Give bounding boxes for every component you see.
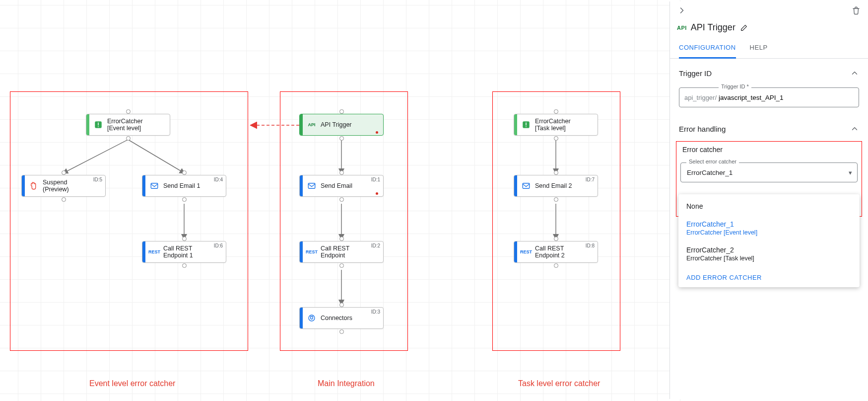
node-label: Send Email 1 xyxy=(161,182,226,189)
error-catcher-select[interactable]: Select error catcher ErrorCatcher_1 ▾ xyxy=(680,162,858,182)
option-desc: ErrorCatcher [Event level] xyxy=(686,229,852,236)
panel-collapse-button[interactable] xyxy=(676,4,688,16)
port[interactable] xyxy=(62,170,66,175)
add-error-catcher-button[interactable]: ADD ERROR CATCHER xyxy=(678,267,860,284)
port[interactable] xyxy=(182,170,187,175)
node-send-email-2[interactable]: Send Email 2 ID:7 xyxy=(514,175,598,197)
panel-title: API Trigger xyxy=(691,22,735,33)
svg-point-14 xyxy=(309,315,315,321)
tab-help[interactable]: HELP xyxy=(750,39,768,58)
node-send-email-main[interactable]: Send Email ID:1 xyxy=(299,175,384,197)
section-label: Error handling xyxy=(679,125,726,133)
node-id: ID:7 xyxy=(586,177,595,182)
node-id: ID:8 xyxy=(586,243,595,248)
section-trigger-id[interactable]: Trigger ID xyxy=(670,59,868,83)
mail-icon xyxy=(305,175,319,196)
port[interactable] xyxy=(182,263,187,268)
error-icon xyxy=(91,114,105,135)
dropdown-icon: ▾ xyxy=(849,169,857,176)
field-legend: Select error catcher xyxy=(686,159,739,164)
port[interactable] xyxy=(62,197,66,202)
chevron-up-icon xyxy=(850,69,859,78)
node-label: API Trigger xyxy=(319,121,383,128)
node-rest-2[interactable]: REST Call REST Endpoint 2 ID:8 xyxy=(514,241,598,263)
edit-icon[interactable] xyxy=(739,23,748,32)
node-id: ID:3 xyxy=(371,309,380,315)
node-send-email-1[interactable]: Send Email 1 ID:4 xyxy=(142,175,226,197)
error-catcher-label: Error catcher xyxy=(678,146,860,156)
section-error-handling[interactable]: Error handling xyxy=(670,111,868,139)
option-none[interactable]: None xyxy=(678,197,860,215)
node-id: ID:4 xyxy=(214,177,223,182)
port[interactable] xyxy=(182,197,187,202)
svg-rect-13 xyxy=(308,183,315,189)
node-connectors[interactable]: Connectors ID:3 xyxy=(299,307,384,329)
trigger-id-field[interactable]: Trigger ID * api_trigger/ xyxy=(679,87,859,107)
error-catcher-region: Error catcher Select error catcher Error… xyxy=(676,141,862,217)
node-id: ID:6 xyxy=(214,243,223,248)
trigger-id-input[interactable] xyxy=(717,94,859,101)
api-badge: API xyxy=(677,25,687,31)
option-name: ErrorCatcher_2 xyxy=(686,246,734,254)
node-label: Send Email 2 xyxy=(533,182,598,189)
hand-icon xyxy=(27,175,41,196)
node-id: ID:1 xyxy=(371,177,380,182)
svg-rect-11 xyxy=(98,126,99,127)
port[interactable] xyxy=(126,136,131,141)
svg-rect-18 xyxy=(523,183,530,189)
option-errorcatcher-2[interactable]: ErrorCatcher_2 ErrorCatcher [Task level] xyxy=(678,241,860,267)
error-catcher-dropdown: None ErrorCatcher_1 ErrorCatcher [Event … xyxy=(678,194,860,287)
port[interactable] xyxy=(554,197,558,202)
port[interactable] xyxy=(554,170,558,175)
port[interactable] xyxy=(554,263,558,268)
port[interactable] xyxy=(554,136,558,141)
port[interactable] xyxy=(339,197,344,202)
node-id: ID:5 xyxy=(93,177,102,182)
port[interactable] xyxy=(554,237,558,241)
port[interactable] xyxy=(339,237,344,241)
tab-configuration[interactable]: CONFIGURATION xyxy=(679,39,736,59)
rest-icon: REST xyxy=(305,241,319,262)
node-api-trigger[interactable]: API API Trigger xyxy=(299,114,384,136)
node-rest-main[interactable]: REST Call REST Endpoint ID:2 xyxy=(299,241,384,263)
node-label: Send Email xyxy=(319,182,383,189)
option-name: ErrorCatcher_1 xyxy=(686,220,734,228)
node-errorcatcher-task[interactable]: ErrorCatcher [Task level] xyxy=(514,114,598,136)
port[interactable] xyxy=(339,170,344,175)
svg-rect-12 xyxy=(151,183,158,189)
port[interactable] xyxy=(554,109,558,114)
node-label: ErrorCatcher [Event level] xyxy=(105,118,170,132)
select-value: ErrorCatcher_1 xyxy=(681,169,849,176)
rest-icon: REST xyxy=(147,241,161,262)
panel-tabs: CONFIGURATION HELP xyxy=(670,39,868,59)
mail-icon xyxy=(519,175,533,196)
node-suspend[interactable]: Suspend (Preview) ID:5 xyxy=(21,175,106,197)
port[interactable] xyxy=(339,109,344,114)
port[interactable] xyxy=(126,109,131,114)
node-errorcatcher-event[interactable]: ErrorCatcher [Event level] xyxy=(86,114,170,136)
delete-button[interactable] xyxy=(850,4,862,16)
svg-rect-10 xyxy=(98,123,99,126)
rest-icon: REST xyxy=(519,241,533,262)
region-label-task: Task level error catcher xyxy=(518,379,600,388)
chevron-up-icon xyxy=(850,124,859,133)
section-label: Trigger ID xyxy=(679,69,712,78)
node-id: ID:2 xyxy=(371,243,380,248)
region-label-event: Event level error catcher xyxy=(89,379,175,388)
field-prefix: api_trigger/ xyxy=(679,94,717,101)
option-errorcatcher-1[interactable]: ErrorCatcher_1 ErrorCatcher [Event level… xyxy=(678,215,860,241)
port[interactable] xyxy=(339,329,344,334)
port[interactable] xyxy=(339,303,344,307)
integration-canvas[interactable]: Event level error catcher Main Integrati… xyxy=(0,0,684,401)
node-label: ErrorCatcher [Task level] xyxy=(533,118,598,132)
node-rest-1[interactable]: REST Call REST Endpoint 1 ID:6 xyxy=(142,241,226,263)
svg-rect-16 xyxy=(526,123,527,126)
field-legend: Trigger ID * xyxy=(719,83,751,89)
port[interactable] xyxy=(182,237,187,241)
port[interactable] xyxy=(339,136,344,141)
api-icon: API xyxy=(305,114,319,135)
details-panel: API API Trigger CONFIGURATION HELP Trigg… xyxy=(669,1,868,399)
port[interactable] xyxy=(339,263,344,268)
region-label-main: Main Integration xyxy=(318,379,375,388)
error-icon xyxy=(519,114,533,135)
